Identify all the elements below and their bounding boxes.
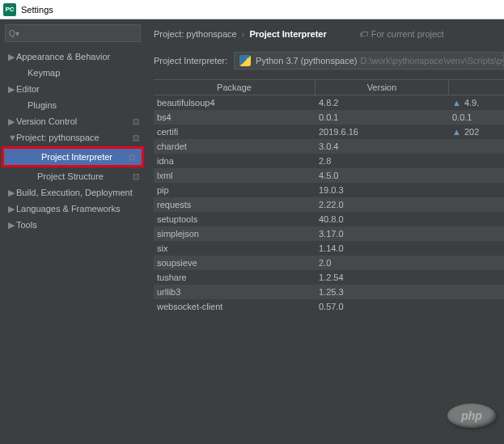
cell-package: six [154, 243, 316, 253]
cell-package: websocket-client [154, 302, 316, 311]
cell-package: idna [154, 156, 316, 166]
bookmark-icon: 🏷 [359, 29, 368, 39]
sidebar-item-editor[interactable]: ▶Editor [0, 81, 146, 97]
expand-arrow-icon: ▶ [8, 204, 16, 214]
sidebar-item-label: Editor [16, 84, 40, 94]
cell-package: pip [154, 185, 316, 195]
current-project-hint: 🏷 For current project [359, 29, 444, 39]
table-row[interactable]: chardet3.0.4 [154, 139, 504, 154]
sidebar-item-project-pythonspace[interactable]: ▼Project: pythonspace⊡ [0, 129, 146, 146]
header-version[interactable]: Version [316, 80, 449, 95]
gear-icon: ⊡ [133, 133, 139, 142]
sidebar-item-languages-frameworks[interactable]: ▶Languages & Frameworks [0, 201, 146, 217]
interpreter-row: Project Interpreter: Python 3.7 (pythons… [154, 52, 504, 70]
cell-version: 19.0.3 [316, 185, 449, 195]
gear-icon: ⊡ [129, 153, 135, 162]
breadcrumb-separator: › [242, 29, 245, 39]
cell-package: setuptools [154, 214, 316, 224]
sidebar-item-project-structure[interactable]: Project Structure⊡ [0, 168, 146, 184]
window-title: Settings [21, 5, 53, 15]
title-bar: PC Settings [0, 0, 504, 19]
cell-package: requests [154, 200, 316, 209]
cell-package: urllib3 [154, 287, 316, 297]
cell-package: bs4 [154, 112, 316, 122]
cell-version: 4.5.0 [316, 171, 449, 180]
search-input[interactable]: Q▾ [5, 24, 141, 42]
watermark-text: php [447, 404, 496, 428]
gear-icon: ⊡ [133, 172, 139, 181]
cell-version: 0.0.1 [316, 112, 449, 122]
table-row[interactable]: six1.14.0 [154, 241, 504, 256]
sidebar-item-label: Project: pythonspace [16, 133, 100, 142]
breadcrumb-page: Project Interpreter [249, 29, 326, 39]
sidebar-item-label: Languages & Frameworks [16, 204, 120, 214]
cell-version: 1.25.3 [316, 287, 449, 297]
cell-package: beautifulsoup4 [154, 98, 316, 108]
expand-arrow-icon: ▼ [8, 133, 16, 142]
sidebar-item-label: Build, Execution, Deployment [16, 188, 133, 197]
breadcrumb-project[interactable]: Project: pythonspace [154, 29, 237, 39]
table-row[interactable]: bs40.0.10.0.1 [154, 110, 504, 125]
cell-version: 2.22.0 [316, 200, 449, 209]
table-row[interactable]: tushare1.2.54 [154, 270, 504, 285]
cell-version: 1.2.54 [316, 273, 449, 282]
sidebar-item-label: Project Structure [37, 171, 104, 181]
cell-version: 1.14.0 [316, 243, 449, 253]
cell-package: tushare [154, 273, 316, 282]
app-icon: PC [3, 3, 16, 16]
cell-version: 2019.6.16 [316, 127, 449, 137]
sidebar-item-label: Project Interpreter [41, 152, 112, 162]
table-body: beautifulsoup44.8.2▲4.9.bs40.0.10.0.1cer… [154, 95, 504, 314]
interpreter-dropdown[interactable]: Python 3.7 (pythonspace) D:\work\pythons… [234, 52, 504, 70]
cell-version: 2.0 [316, 258, 449, 268]
table-row[interactable]: requests2.22.0 [154, 197, 504, 212]
search-icon: Q▾ [9, 29, 19, 38]
header-package[interactable]: Package [154, 80, 316, 95]
expand-arrow-icon: ▶ [8, 220, 16, 230]
watermark: php [447, 404, 496, 428]
sidebar-item-label: Version Control [16, 116, 77, 126]
sidebar-item-label: Tools [16, 220, 37, 230]
sidebar-item-appearance-behavior[interactable]: ▶Appearance & Behavior [0, 49, 146, 65]
sidebar-item-label: Appearance & Behavior [16, 52, 110, 61]
cell-latest: ▲202 [449, 127, 504, 137]
cell-version: 40.8.0 [316, 214, 449, 224]
header-latest[interactable] [449, 80, 504, 95]
table-row[interactable]: soupsieve2.0 [154, 256, 504, 270]
interpreter-name: Python 3.7 (pythonspace) [256, 56, 357, 66]
main-area: Q▾ ▶Appearance & BehaviorKeymap▶EditorPl… [0, 19, 504, 444]
sidebar-item-version-control[interactable]: ▶Version Control⊡ [0, 113, 146, 129]
cell-latest: 0.0.1 [449, 112, 504, 122]
sidebar-item-keymap[interactable]: Keymap [0, 65, 146, 81]
table-row[interactable]: urllib31.25.3 [154, 285, 504, 299]
cell-package: soupsieve [154, 258, 316, 268]
table-row[interactable]: beautifulsoup44.8.2▲4.9. [154, 95, 504, 110]
sidebar-item-tools[interactable]: ▶Tools [0, 217, 146, 233]
table-row[interactable]: idna2.8 [154, 154, 504, 168]
table-row[interactable]: websocket-client0.57.0 [154, 299, 504, 314]
sidebar-item-label: Plugins [28, 100, 57, 110]
cell-latest: ▲4.9. [449, 98, 504, 108]
settings-tree: ▶Appearance & BehaviorKeymap▶EditorPlugi… [0, 49, 146, 233]
python-icon [239, 55, 251, 66]
content-panel: Project: pythonspace › Project Interpret… [146, 19, 504, 444]
interpreter-label: Project Interpreter: [154, 56, 227, 66]
table-row[interactable]: pip19.0.3 [154, 183, 504, 197]
table-row[interactable]: certifi2019.6.16▲202 [154, 125, 504, 139]
packages-table: Package Version beautifulsoup44.8.2▲4.9.… [154, 79, 504, 314]
cell-version: 0.57.0 [316, 302, 449, 311]
expand-arrow-icon: ▶ [8, 52, 16, 62]
cell-version: 4.8.2 [316, 98, 449, 108]
sidebar-item-label: Keymap [28, 68, 60, 78]
sidebar-item-plugins[interactable]: Plugins [0, 97, 146, 113]
sidebar-item-build-execution-deployment[interactable]: ▶Build, Execution, Deployment [0, 184, 146, 201]
cell-package: chardet [154, 142, 316, 151]
table-row[interactable]: setuptools40.8.0 [154, 212, 504, 226]
upgrade-arrow-icon: ▲ [452, 98, 461, 108]
table-row[interactable]: simplejson3.17.0 [154, 226, 504, 241]
upgrade-arrow-icon: ▲ [452, 127, 461, 137]
sidebar-item-project-interpreter[interactable]: Project Interpreter⊡ [4, 149, 142, 165]
cell-version: 2.8 [316, 156, 449, 166]
table-row[interactable]: lxml4.5.0 [154, 168, 504, 183]
settings-sidebar: Q▾ ▶Appearance & BehaviorKeymap▶EditorPl… [0, 19, 146, 444]
